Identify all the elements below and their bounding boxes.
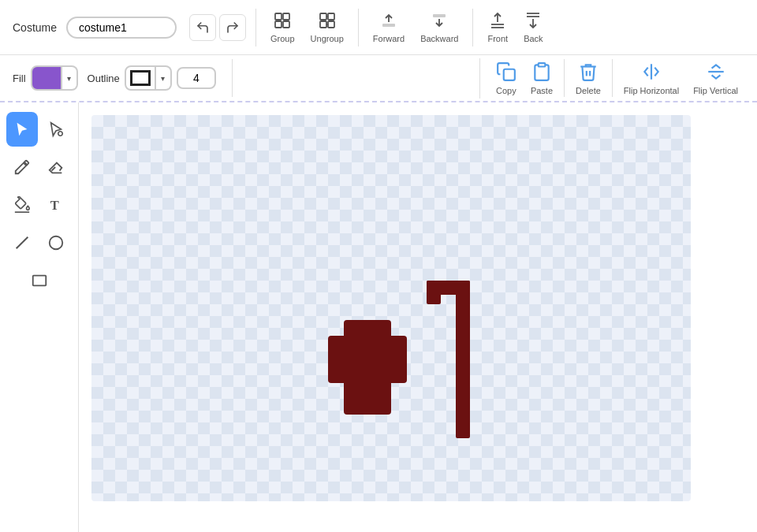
front-button[interactable]: Front (483, 8, 513, 47)
group-button[interactable]: Group (266, 8, 300, 47)
canvas[interactable] (91, 115, 691, 501)
tool-row-4 (6, 225, 72, 260)
svg-rect-0 (275, 13, 282, 20)
svg-rect-12 (382, 24, 395, 27)
svg-rect-2 (275, 21, 282, 28)
outline-color-picker[interactable]: ▾ (125, 65, 172, 91)
flip-vertical-button[interactable]: Flip Vertical (687, 58, 744, 99)
forward-label: Forward (373, 34, 405, 43)
copy-icon (496, 61, 516, 84)
divider6 (612, 59, 613, 97)
ungroup-label: Ungroup (311, 34, 344, 43)
svg-rect-28 (32, 276, 46, 286)
svg-rect-3 (283, 21, 289, 28)
toolbar-row2: Fill ▾ Outline ▾ Copy (0, 55, 757, 102)
outline-label: Outline (88, 73, 120, 84)
costume-label: Costume (13, 21, 57, 34)
outline-size-input[interactable] (177, 67, 216, 89)
copy-label: Copy (496, 86, 516, 95)
graphic-svg (328, 273, 509, 446)
svg-rect-4 (320, 13, 326, 20)
fill-label: Fill (13, 73, 26, 84)
text-tool[interactable]: T (41, 188, 73, 222)
svg-rect-5 (328, 13, 334, 20)
svg-rect-13 (433, 14, 446, 17)
front-icon (488, 11, 507, 32)
svg-rect-30 (328, 336, 407, 383)
back-icon (524, 11, 543, 32)
divider2 (358, 9, 359, 47)
tool-row-5 (6, 263, 72, 298)
svg-rect-33 (456, 281, 470, 438)
fill-color-dropdown[interactable]: ▾ (62, 65, 78, 91)
flip-horizontal-icon (641, 61, 662, 84)
back-label: Back (524, 34, 543, 43)
tool-row-3: T (6, 188, 72, 222)
brush-tool[interactable] (6, 150, 38, 184)
paste-label: Paste (531, 86, 553, 95)
flip-vertical-icon (706, 61, 726, 84)
svg-text:T: T (50, 198, 59, 213)
main-area: T (0, 102, 757, 532)
canvas-area (79, 102, 757, 532)
rect-tool[interactable] (22, 263, 57, 298)
flip-h-label: Flip Horizontal (624, 86, 679, 95)
svg-rect-6 (320, 21, 326, 28)
divider4 (232, 59, 233, 97)
fill-tool[interactable] (6, 188, 38, 222)
undo-button[interactable] (189, 14, 216, 41)
fill-section: Fill ▾ (13, 65, 78, 91)
flip-horizontal-button[interactable]: Flip Horizontal (617, 58, 685, 99)
backward-icon (430, 11, 449, 32)
front-label: Front (487, 34, 508, 43)
delete-label: Delete (576, 86, 601, 95)
flip-v-label: Flip Vertical (693, 86, 738, 95)
svg-rect-18 (504, 69, 515, 80)
ungroup-button[interactable]: Ungroup (306, 8, 349, 47)
fill-color-swatch[interactable] (31, 65, 62, 91)
line-tool[interactable] (6, 225, 38, 260)
outline-color-swatch[interactable] (125, 65, 156, 91)
select-tool[interactable] (6, 112, 38, 147)
delete-icon (578, 61, 599, 84)
select-alt-tool[interactable] (41, 112, 73, 147)
svg-rect-1 (283, 13, 289, 20)
redo-button[interactable] (219, 14, 246, 41)
fill-color-picker[interactable]: ▾ (31, 65, 78, 91)
outline-inner-box (130, 70, 151, 86)
toolbox: T (0, 102, 79, 532)
back-button[interactable]: Back (519, 8, 547, 47)
delete-button[interactable]: Delete (569, 58, 607, 99)
outline-color-dropdown[interactable]: ▾ (156, 65, 172, 91)
svg-point-22 (58, 132, 63, 136)
paste-button[interactable]: Paste (524, 58, 559, 99)
paste-icon (531, 61, 552, 84)
eraser-tool[interactable] (41, 150, 73, 184)
divider5 (564, 59, 565, 97)
forward-icon (379, 11, 398, 32)
svg-point-27 (50, 236, 63, 250)
ellipse-tool[interactable] (41, 225, 73, 260)
tool-row-2 (6, 150, 72, 184)
ungroup-icon (318, 11, 337, 32)
backward-button[interactable]: Backward (416, 8, 463, 47)
forward-button[interactable]: Forward (368, 8, 409, 47)
svg-rect-19 (539, 63, 546, 66)
costume-name-input[interactable] (66, 17, 177, 39)
outline-section: Outline ▾ (88, 65, 216, 91)
toolbar-row1: Costume Group (0, 0, 757, 55)
divider1 (255, 9, 256, 47)
group-icon (273, 11, 292, 32)
backward-label: Backward (420, 34, 458, 43)
undo-redo-group (189, 14, 246, 41)
copy-button[interactable]: Copy (490, 58, 523, 99)
group-label: Group (270, 34, 295, 43)
svg-line-26 (16, 237, 28, 249)
toolbar2-actions: Copy Paste Delete (479, 58, 744, 99)
tool-row-1 (6, 112, 72, 147)
svg-rect-7 (328, 21, 334, 28)
divider3 (472, 9, 473, 47)
